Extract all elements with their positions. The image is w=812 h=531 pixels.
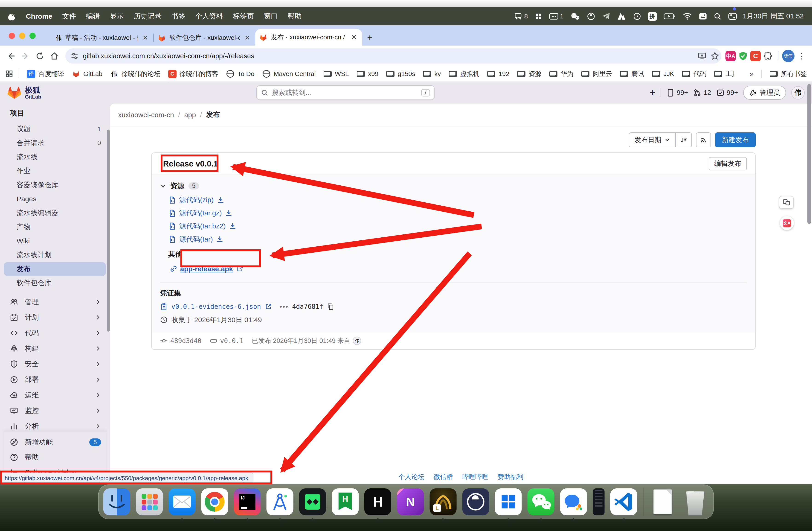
- dock-chrome[interactable]: [201, 488, 228, 515]
- active-app-name[interactable]: Chrome: [26, 12, 53, 20]
- sidebar-item[interactable]: Pages: [4, 192, 106, 206]
- presentation-icon[interactable]: 1: [549, 12, 564, 20]
- minimize-window-button[interactable]: [19, 33, 25, 39]
- sidebar-section-build[interactable]: 构建: [4, 341, 106, 357]
- bookmark[interactable]: 192: [487, 70, 509, 78]
- sidebar-item[interactable]: 议题 1: [4, 122, 106, 136]
- bookmark[interactable]: 虚拟机: [449, 70, 479, 78]
- bookmark[interactable]: To Do: [226, 70, 254, 78]
- menu-item[interactable]: 文件: [62, 12, 76, 21]
- dock-wechat[interactable]: [527, 488, 554, 515]
- forward-button[interactable]: [19, 49, 32, 63]
- publisher-avatar[interactable]: 伟: [353, 337, 361, 345]
- sidebar-section-security[interactable]: 安全: [4, 356, 106, 372]
- page-scrollbar[interactable]: [808, 84, 811, 224]
- menu-item[interactable]: 书签: [172, 12, 186, 21]
- bookmark[interactable]: 腾讯: [620, 70, 644, 78]
- float-translate-button[interactable]: 文A: [780, 216, 794, 230]
- evidence-file-link[interactable]: v0.0.1-evidences-6.json: [172, 303, 261, 311]
- bookmark[interactable]: C 徐晓伟的博客: [168, 70, 218, 78]
- breadcrumb-project[interactable]: app: [184, 111, 196, 119]
- todos-counter[interactable]: 99+: [716, 89, 738, 97]
- bookmark[interactable]: 工具: [714, 70, 734, 78]
- whats-new-item[interactable]: 新增功能 5: [4, 435, 106, 450]
- battery-icon[interactable]: [664, 13, 676, 20]
- create-new-icon[interactable]: +: [650, 87, 655, 98]
- wifi-icon[interactable]: [683, 13, 692, 20]
- commit-ref[interactable]: 489d3d40: [160, 337, 201, 345]
- tab-package-registry[interactable]: 软件包仓库 · xuxiaowei-com-c ✕: [154, 30, 255, 46]
- dock-hbuilderx[interactable]: H: [332, 488, 359, 515]
- bookmark[interactable]: g150s: [386, 70, 415, 78]
- close-window-button[interactable]: [9, 33, 15, 39]
- sidebar-section-plan[interactable]: 计划: [4, 310, 106, 325]
- bookmark-star-icon[interactable]: [710, 52, 719, 60]
- footer-link[interactable]: 哔哩哔哩: [462, 473, 488, 480]
- bookmark[interactable]: ky: [423, 70, 441, 78]
- adguard-extension-icon[interactable]: [737, 50, 750, 62]
- tag-ref[interactable]: v0.0.1: [210, 337, 244, 345]
- dock-finder[interactable]: [103, 488, 130, 515]
- maximize-window-button[interactable]: [29, 33, 36, 39]
- release-title[interactable]: Release v0.0.1: [160, 158, 221, 169]
- menu-item[interactable]: 个人资料: [195, 12, 223, 21]
- new-release-button[interactable]: 新建发布: [715, 132, 756, 147]
- gitlab-logo[interactable]: 极狐GitLab: [8, 86, 41, 100]
- address-bar[interactable]: gitlab.xuxiaowei.com.cn/xuxiaowei-com-cn…: [66, 48, 722, 63]
- sidebar-item[interactable]: 流水线计划: [4, 248, 106, 262]
- back-button[interactable]: [4, 49, 18, 63]
- chat-status-icon[interactable]: 8: [514, 12, 528, 20]
- footer-link[interactable]: 赞助福利: [497, 473, 523, 480]
- source-link[interactable]: 源代码(tar.bz2): [179, 221, 226, 231]
- sidebar-section-monitor[interactable]: 监控: [4, 403, 106, 419]
- merge-requests-counter[interactable]: 12: [693, 89, 711, 97]
- pinyin-input-icon[interactable]: 拼: [648, 12, 657, 21]
- sidebar-section-code[interactable]: 代码: [4, 325, 106, 341]
- close-tab-icon[interactable]: ✕: [350, 33, 358, 41]
- bookmark[interactable]: 资源: [517, 70, 541, 78]
- float-sidebar-widget[interactable]: [779, 196, 794, 209]
- bookmark[interactable]: 阿里云: [581, 70, 612, 78]
- menu-item[interactable]: 标签页: [233, 12, 254, 21]
- extensions-puzzle-icon[interactable]: [762, 50, 774, 62]
- control-center-icon[interactable]: [728, 12, 736, 20]
- install-app-icon[interactable]: [698, 52, 706, 60]
- source-link[interactable]: 源代码(tar): [179, 235, 213, 244]
- sidebar-context-title[interactable]: 项目: [4, 104, 106, 122]
- sidebar-item[interactable]: 作业: [4, 164, 106, 178]
- sidebar-section-analyze[interactable]: 分析: [4, 418, 106, 431]
- bookmark[interactable]: x99: [357, 70, 378, 78]
- close-tab-icon[interactable]: ✕: [244, 34, 251, 42]
- dock-android-studio[interactable]: [266, 488, 293, 515]
- sort-control[interactable]: 发布日期: [629, 132, 692, 147]
- home-button[interactable]: [48, 49, 61, 63]
- assets-toggle[interactable]: 资源 5: [160, 181, 747, 191]
- sidebar-section-manage[interactable]: 管理: [4, 294, 106, 310]
- sidebar-item[interactable]: 容器镜像仓库: [4, 178, 106, 192]
- apps-grid-icon[interactable]: [5, 70, 13, 78]
- time-machine-icon[interactable]: [633, 12, 641, 20]
- new-tab-button[interactable]: +: [367, 32, 372, 43]
- edit-release-button[interactable]: 编辑发布: [709, 157, 747, 171]
- bookmark[interactable]: 代码: [682, 70, 706, 78]
- copy-sha-button[interactable]: [327, 303, 334, 311]
- sidebar-item[interactable]: Wiki: [4, 234, 106, 248]
- admin-area-button[interactable]: 管理员: [743, 86, 786, 100]
- bookmarks-overflow-chevron[interactable]: »: [750, 70, 754, 78]
- screen-grid-icon[interactable]: [535, 12, 542, 20]
- dock-green-diamond-app[interactable]: [299, 488, 326, 515]
- issues-counter[interactable]: 99+: [666, 89, 688, 97]
- dock-intellij[interactable]: IJ: [234, 488, 261, 515]
- dock-hbuilder[interactable]: H: [364, 488, 391, 515]
- menu-item[interactable]: 历史记录: [133, 12, 161, 21]
- dock-audio-meter[interactable]: [593, 488, 605, 515]
- dock-navicat[interactable]: L: [430, 488, 456, 515]
- sidebar-item[interactable]: 流水线: [4, 150, 106, 164]
- dock-wecom[interactable]: [560, 488, 587, 515]
- sidebar-section-deploy[interactable]: 部署: [4, 372, 106, 388]
- chrome-menu-icon[interactable]: ⋮: [798, 52, 806, 60]
- spotlight-search-icon[interactable]: [714, 12, 722, 20]
- dock-document[interactable]: [649, 488, 676, 515]
- apple-menu-icon[interactable]: [8, 12, 16, 21]
- obs-status-icon[interactable]: [587, 12, 595, 20]
